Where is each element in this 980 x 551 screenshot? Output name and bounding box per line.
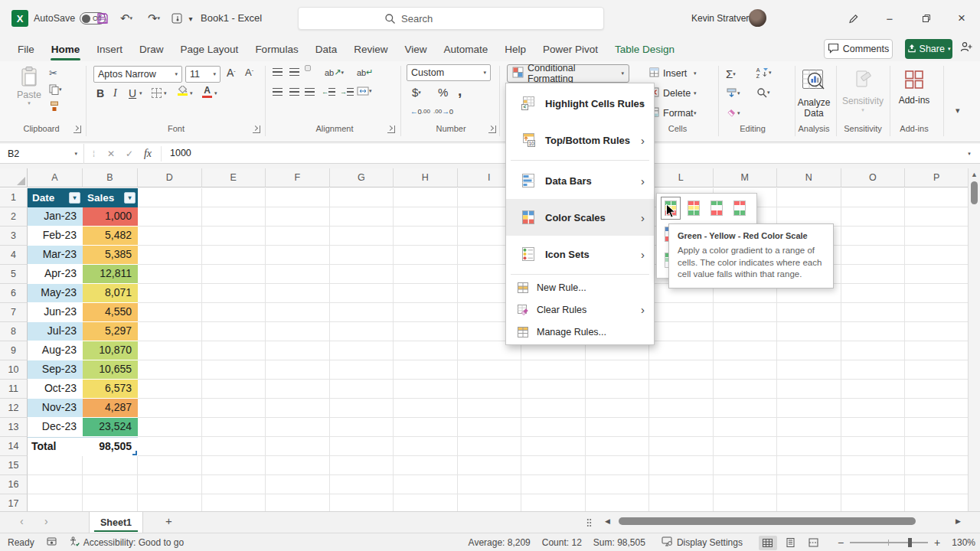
color-scale-option-green-white-red[interactable] [707,197,727,220]
redo-button[interactable]: ↷▾ [141,8,167,29]
clear-button[interactable]: ▾ [726,107,740,119]
insert-chevron-icon[interactable]: ▾ [694,70,697,77]
decrease-font-size-button[interactable]: Aˇ [245,67,253,78]
next-sheet-icon[interactable]: › [44,515,48,527]
cell-b9[interactable]: 10,870 [83,341,138,360]
cell-a14[interactable]: Total [28,437,83,456]
row-header-13[interactable]: 13 [0,418,28,437]
row-header-8[interactable]: 8 [0,322,28,341]
scroll-left-icon[interactable]: ◀ [605,517,610,525]
column-header-a[interactable]: A [28,168,83,187]
display-settings-button[interactable]: Display Settings [662,536,743,549]
column-header-l[interactable]: L [649,168,714,187]
cancel-entry-icon[interactable]: ✕ [103,144,119,164]
tab-data[interactable]: Data [307,37,346,61]
menu-item-clear-rules[interactable]: Clear Rules› [506,298,654,321]
tab-table-design[interactable]: Table Design [606,37,683,61]
cell-a4[interactable]: Mar-23 [28,246,83,265]
row-header-2[interactable]: 2 [0,207,28,227]
quick-access-overflow-icon[interactable]: ▾ [184,8,198,29]
close-button[interactable]: × [951,8,972,29]
table-header-date[interactable]: Date▾ [28,188,83,207]
zoom-slider[interactable] [850,542,928,543]
comments-button[interactable]: Comments [824,39,893,59]
column-header-b[interactable]: B [83,168,138,187]
horizontal-scroll-thumb[interactable] [619,517,916,525]
sheet-tab-sheet1[interactable]: Sheet1 [89,512,143,533]
align-right-button[interactable] [305,88,315,96]
format-cells-button[interactable]: Format [649,107,694,119]
bold-button[interactable]: B [96,87,104,99]
cell-a2[interactable]: Jan-23 [28,207,83,227]
alignment-dialog-launcher-icon[interactable] [387,126,395,133]
tab-view[interactable]: View [396,37,435,61]
undo-button[interactable]: ↶▾ [113,8,139,29]
align-left-button[interactable] [273,88,283,96]
merge-center-button[interactable]: ▾ [357,86,372,96]
row-header-11[interactable]: 11 [0,380,28,399]
middle-align-button[interactable] [289,68,299,76]
color-scale-option-red-white-green[interactable] [730,197,750,220]
find-select-button[interactable]: ▾ [756,87,770,98]
row-header-1[interactable]: 1 [0,188,28,207]
name-box[interactable]: B2 ▾ [0,144,84,164]
fill-down-button[interactable]: ▾ [726,87,740,99]
scroll-up-icon[interactable]: ▲ [969,171,980,178]
align-center-button[interactable] [289,88,299,96]
cell-a11[interactable]: Oct-23 [28,380,83,399]
conditional-formatting-button[interactable]: Conditional Formatting ▾ [507,64,629,83]
menu-item-manage-rules[interactable]: Manage Rules... [506,321,654,343]
column-header-g[interactable]: G [330,168,394,187]
add-people-icon[interactable] [960,41,972,56]
pen-settings-icon[interactable] [842,8,864,29]
increase-decimal-button[interactable]: ←0.00 [410,107,430,116]
comma-style-button[interactable]: , [458,83,462,99]
top-align-button[interactable] [273,68,283,76]
sort-filter-button[interactable]: AZ ▾ [755,66,772,79]
orientation-button[interactable]: ab↗▾ [325,67,344,77]
analyze-data-button[interactable]: Analyze Data [796,67,831,119]
accounting-format-button[interactable]: $▾ [412,86,421,99]
cell-a7[interactable]: Jun-23 [28,303,83,322]
formula-input[interactable]: 1000 [170,148,191,158]
cell-a6[interactable]: May-23 [28,284,83,303]
cell-b10[interactable]: 10,655 [83,360,138,380]
prev-sheet-icon[interactable]: ‹ [20,515,24,527]
insert-cells-button[interactable]: Insert [649,67,687,80]
row-header-7[interactable]: 7 [0,303,28,322]
table-header-sales[interactable]: Sales▾ [83,188,138,207]
vertical-scroll-thumb[interactable] [971,181,978,204]
column-header-m[interactable]: M [714,168,778,187]
splitter-handle-icon[interactable] [586,518,592,527]
column-header-p[interactable]: P [905,168,968,187]
cell-a12[interactable]: Nov-23 [28,399,83,418]
excel-logo-icon[interactable]: X [11,10,28,27]
row-header-6[interactable]: 6 [0,284,28,303]
cell-a5[interactable]: Apr-23 [28,265,83,284]
zoom-out-button[interactable]: − [838,536,844,549]
row-header-14[interactable]: 14 [0,437,28,456]
font-dialog-launcher-icon[interactable] [253,126,260,133]
delete-cells-button[interactable]: Delete [649,87,691,99]
column-header-h[interactable]: H [394,168,458,187]
cell-b11[interactable]: 6,573 [83,380,138,399]
color-scale-option-red-yellow-green[interactable] [684,197,704,220]
row-header-3[interactable]: 3 [0,227,28,246]
italic-button[interactable]: I [113,87,117,99]
clipboard-dialog-launcher-icon[interactable] [74,126,81,133]
avatar[interactable] [749,9,766,27]
search-input[interactable]: Search [298,7,604,30]
cell-b7[interactable]: 4,550 [83,303,138,322]
cut-icon[interactable]: ✂ [49,67,57,79]
borders-icon[interactable] [152,88,162,98]
column-header-o[interactable]: O [841,168,906,187]
new-sheet-button[interactable]: + [165,514,172,527]
touch-mouse-mode-icon[interactable] [168,8,185,29]
table-resize-handle[interactable] [132,451,137,455]
row-header-4[interactable]: 4 [0,246,28,265]
format-chevron-icon[interactable]: ▾ [694,110,697,116]
copy-icon[interactable]: ▾ [49,84,62,95]
zoom-in-button[interactable]: + [934,536,940,549]
cell-b4[interactable]: 5,385 [83,246,138,265]
cell-b12[interactable]: 4,287 [83,399,138,418]
